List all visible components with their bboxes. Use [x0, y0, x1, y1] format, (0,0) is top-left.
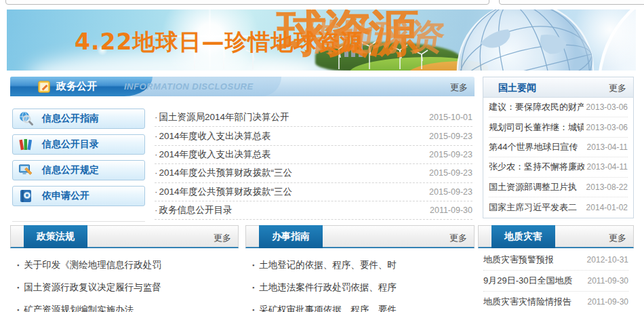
article-link[interactable]: 2014年度公共预算财政拨款“三公	[155, 186, 292, 198]
button-disclosure-rules[interactable]: 信息公开规定	[12, 160, 145, 180]
policy-regulations-panel: 政策法规 更多 关于印发《测绘地理信息行政处罚 国土资源行政复议决定履行与监督 …	[10, 225, 239, 312]
policy-regulations-header: 政策法规 更多	[10, 225, 239, 248]
article-link[interactable]: 第44个世界地球日宣传	[489, 141, 578, 153]
globe-magnifier-icon	[18, 111, 34, 127]
list-item: 2014年度收入支出决算总表 2015-09-23	[155, 146, 472, 164]
more-link[interactable]: 更多	[214, 232, 231, 244]
notepad-pencil-icon	[37, 80, 51, 94]
button-label: 信息公开目录	[42, 138, 99, 151]
list-item: 第44个世界地球日宣传 2013-04-11	[489, 138, 628, 157]
tab-geological-disaster[interactable]: 地质灾害	[491, 225, 555, 248]
disclosure-article-list: 国土资源局2014年部门决算公开 2015-10-01 2014年度收入支出决算…	[155, 109, 475, 222]
button-disclosure-guide[interactable]: 信息公开指南	[12, 109, 145, 129]
article-link[interactable]: 国土资源部调整卫片执	[489, 181, 577, 193]
banner-title: 4.22地球日—珍惜地球资源	[75, 27, 363, 58]
article-date: 2015-09-23	[429, 187, 472, 197]
list-item: 规划司司长董祚继：城镇 2013-03-06	[489, 117, 628, 137]
list-item[interactable]: 采矿权审批事项依据、程序、要件	[251, 298, 472, 312]
article-link[interactable]: 地质灾害预警预报	[483, 254, 554, 266]
article-date: 2015-09-23	[429, 168, 472, 178]
list-item: 国土资源部调整卫片执 2013-08-22	[489, 178, 628, 197]
information-disclosure-panel: 政务公开 INFORMATION DISCLOSURE 更多	[10, 77, 475, 218]
geological-disaster-header: 地质灾害 更多	[478, 225, 634, 248]
land-news-list: 建议：要保障农民的财产 2013-03-06 规划司司长董祚继：城镇 2013-…	[483, 98, 633, 217]
article-link[interactable]: 地质灾害灾情险情报告	[483, 296, 571, 308]
land-news-header: 国土要闻 更多	[483, 77, 633, 98]
button-label: 信息公开指南	[42, 113, 99, 125]
list-item: 张少农：坚持不懈将廉政 2013-04-11	[489, 157, 628, 177]
tab-service-guide[interactable]: 办事指南	[259, 225, 323, 248]
more-link[interactable]: 更多	[450, 81, 468, 94]
article-link[interactable]: 张少农：坚持不懈将廉政	[489, 161, 584, 173]
article-date: 2013-04-11	[584, 142, 628, 152]
button-disclosure-catalog[interactable]: 信息公开目录	[12, 134, 145, 155]
article-link[interactable]: 2014年度收入支出决算总表	[155, 130, 271, 142]
panel-title: 国土要闻	[498, 82, 536, 94]
panel-title-text: 政务公开	[56, 80, 97, 93]
article-link[interactable]: 国家主席习近平发表二	[489, 201, 577, 214]
list-item[interactable]: 土地登记的依据、程序、要件、时	[251, 254, 472, 276]
disaster-list: 地质灾害预警预报 2012-10-31 9月29日-30日全国地质 2011-0…	[478, 248, 634, 312]
article-date: 2014-01-02	[584, 203, 628, 212]
list-item[interactable]: 矿产资源规划编制实施办法	[16, 298, 236, 312]
information-disclosure-header: 政务公开 INFORMATION DISCLOSURE 更多	[10, 77, 475, 96]
button-disclosure-on-request[interactable]: 依申请公开	[12, 186, 145, 206]
book-badge-icon	[18, 188, 34, 204]
article-date: 2011-09-30	[430, 206, 472, 215]
article-date: 2013-03-06	[584, 123, 628, 132]
books-icon	[18, 136, 34, 153]
list-item: 地质灾害预警预报 2012-10-31	[483, 250, 628, 271]
list-item: 建议：要保障农民的财产 2013-03-06	[489, 98, 628, 117]
list-item: 政务信息公开目录 2011-09-30	[155, 201, 472, 220]
list-item: 国土资源局2014年部门决算公开 2015-10-01	[155, 109, 472, 127]
button-label: 信息公开规定	[42, 164, 99, 176]
panel-title: 政务公开	[37, 77, 97, 96]
article-date: 2013-08-22	[584, 182, 628, 192]
service-guide-panel: 办事指南 更多 土地登记的依据、程序、要件、时 土地违法案件行政处罚依据、程序 …	[245, 225, 475, 312]
article-link[interactable]: 2014年度公共预算财政拨款“三公	[155, 167, 292, 179]
list-item: 2014年度公共预算财政拨款“三公 2015-09-23	[155, 183, 472, 201]
top-nav-box-left	[5, 0, 489, 5]
list-item[interactable]: 关于印发《测绘地理信息行政处罚	[16, 254, 236, 276]
article-date: 2015-09-23	[429, 132, 472, 141]
service-guide-header: 办事指南 更多	[245, 225, 475, 248]
more-link[interactable]: 更多	[609, 232, 626, 244]
list-item[interactable]: 土地违法案件行政处罚依据、程序	[251, 276, 472, 298]
article-link[interactable]: 建议：要保障农民的财产	[489, 101, 584, 113]
monitor-pen-icon	[18, 162, 34, 178]
article-link[interactable]: 9月29日-30日全国地质	[483, 275, 572, 287]
article-date: 2015-10-01	[429, 113, 472, 122]
list-item: 2014年度公共预算财政拨款“三公 2015-09-23	[155, 164, 472, 182]
article-date: 2013-04-11	[584, 162, 628, 172]
article-link[interactable]: 政务信息公开目录	[155, 204, 233, 216]
disclosure-button-column: 信息公开指南 信息公开目录	[12, 109, 145, 222]
list-item: 国家主席习近平发表二 2014-01-02	[489, 197, 628, 217]
button-label: 依申请公开	[42, 190, 89, 202]
article-link[interactable]: 2014年度收入支出决算总表	[155, 149, 271, 161]
land-news-panel: 国土要闻 更多 建议：要保障农民的财产 2013-03-06 规划司司长董祚继：…	[483, 77, 634, 218]
main-row: 政务公开 INFORMATION DISCLOSURE 更多	[10, 77, 634, 218]
more-link[interactable]: 更多	[449, 232, 467, 244]
policy-list: 关于印发《测绘地理信息行政处罚 国土资源行政复议决定履行与监督 矿产资源规划编制…	[10, 248, 239, 312]
list-item[interactable]: 国土资源行政复议决定履行与监督	[16, 276, 236, 298]
geological-disaster-panel: 地质灾害 更多 地质灾害预警预报 2012-10-31 9月29日-30日全国地…	[478, 225, 634, 312]
article-date: 2011-09-30	[585, 297, 629, 307]
list-item: 地质灾害灾情险情报告 2011-09-30	[483, 292, 628, 312]
article-date: 2015-09-23	[429, 150, 472, 159]
top-nav-remnant	[0, 0, 644, 5]
more-link[interactable]: 更多	[609, 82, 626, 94]
tab-policy-regulations[interactable]: 政策法规	[24, 225, 87, 248]
information-disclosure-body: 信息公开指南 信息公开目录	[10, 96, 475, 222]
article-link[interactable]: 规划司司长董祚继：城镇	[489, 121, 584, 134]
list-item: 9月29日-30日全国地质 2011-09-30	[483, 271, 628, 292]
list-item: 2014年度收入支出决算总表 2015-09-23	[155, 127, 472, 145]
bottom-row: 政策法规 更多 关于印发《测绘地理信息行政处罚 国土资源行政复议决定履行与监督 …	[10, 225, 634, 312]
panel-subtitle: INFORMATION DISCLOSURE	[124, 81, 254, 92]
article-link[interactable]: 国土资源局2014年部门决算公开	[155, 111, 289, 123]
article-date: 2011-09-30	[585, 276, 629, 286]
earth-day-banner[interactable]: 球资源 惜地球资 4.22地球日—珍惜地球资源	[7, 9, 636, 71]
guide-list: 土地登记的依据、程序、要件、时 土地违法案件行政处罚依据、程序 采矿权审批事项依…	[245, 248, 475, 312]
article-date: 2013-03-06	[584, 102, 628, 112]
top-nav-box-right	[499, 0, 644, 5]
portal-page: 球资源 惜地球资 4.22地球日—珍惜地球资源 政务公开 INFORMATION	[0, 0, 644, 312]
